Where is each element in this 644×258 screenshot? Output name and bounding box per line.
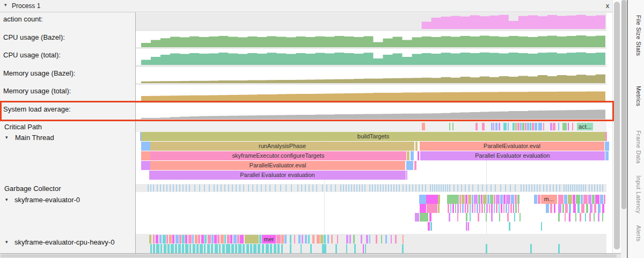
gc-tick[interactable] bbox=[415, 185, 416, 191]
cpu-heavy-slice[interactable] bbox=[215, 244, 218, 253]
cpu-heavy-slice[interactable] bbox=[250, 244, 252, 253]
evaluator0-slice[interactable] bbox=[604, 195, 605, 204]
gc-tick[interactable] bbox=[150, 185, 151, 191]
gc-tick[interactable] bbox=[340, 185, 341, 191]
gc-tick[interactable] bbox=[537, 185, 538, 191]
critical-path-slice[interactable] bbox=[572, 123, 573, 130]
evaluator0-slice[interactable] bbox=[554, 204, 555, 213]
critical-path-slice[interactable] bbox=[503, 123, 507, 130]
gc-tick[interactable] bbox=[257, 185, 258, 191]
horizontal-scrollbar-thumb[interactable] bbox=[1, 254, 617, 257]
evaluator0-slice[interactable] bbox=[573, 195, 575, 204]
evaluator0-slice[interactable] bbox=[474, 204, 475, 213]
gc-tick[interactable] bbox=[602, 185, 603, 191]
gc-tick[interactable] bbox=[478, 185, 479, 191]
critical-path-slice[interactable] bbox=[538, 123, 542, 130]
gc-tick[interactable] bbox=[432, 185, 433, 191]
gc-tick[interactable] bbox=[579, 185, 580, 191]
evaluator0-slice[interactable] bbox=[472, 195, 473, 204]
cpu-heavy-slice[interactable] bbox=[361, 235, 362, 244]
gc-tick[interactable] bbox=[445, 185, 446, 191]
main-thread-slice[interactable] bbox=[141, 142, 150, 151]
critical-path-slice[interactable] bbox=[550, 123, 552, 130]
cpu-heavy-slice[interactable] bbox=[156, 244, 159, 253]
cpu-heavy-slice[interactable] bbox=[153, 235, 155, 244]
gc-tick[interactable] bbox=[261, 185, 262, 191]
cpu-heavy-slice[interactable] bbox=[149, 235, 151, 244]
gc-tick[interactable] bbox=[594, 185, 595, 191]
evaluator0-slice[interactable] bbox=[491, 213, 493, 222]
gc-tick[interactable] bbox=[291, 185, 292, 191]
gc-tick[interactable] bbox=[265, 185, 266, 191]
gc-tick[interactable] bbox=[348, 185, 349, 191]
cpu-heavy-slice[interactable] bbox=[402, 244, 404, 253]
main-thread-slice[interactable] bbox=[414, 161, 416, 170]
counter-chart-5[interactable] bbox=[141, 85, 605, 101]
critical-path-slice[interactable] bbox=[558, 123, 559, 130]
cpu-heavy-slice[interactable] bbox=[178, 244, 181, 253]
gc-tick[interactable] bbox=[170, 185, 171, 191]
gc-tick[interactable] bbox=[182, 185, 184, 191]
gc-tick[interactable] bbox=[356, 185, 357, 191]
cpu-heavy-slice[interactable] bbox=[189, 244, 191, 253]
cpu-heavy-slice[interactable] bbox=[294, 235, 295, 244]
evaluator0-slice[interactable] bbox=[483, 195, 487, 204]
gc-tick[interactable] bbox=[441, 185, 442, 191]
cpu-heavy-slice[interactable] bbox=[322, 244, 326, 253]
gc-tick[interactable] bbox=[153, 185, 154, 191]
gc-tick[interactable] bbox=[510, 185, 511, 191]
gc-tick[interactable] bbox=[500, 185, 501, 191]
evaluator0-slice[interactable] bbox=[450, 204, 451, 213]
evaluator0-slice[interactable] bbox=[490, 195, 493, 204]
evaluator0-slice[interactable] bbox=[499, 204, 500, 213]
cpu-heavy-slice[interactable] bbox=[327, 235, 329, 244]
critical-path-slice[interactable] bbox=[517, 123, 519, 130]
critical-path-slice[interactable] bbox=[493, 123, 494, 130]
gc-tick[interactable] bbox=[312, 185, 313, 191]
gc-tick[interactable] bbox=[248, 185, 249, 191]
gc-tick[interactable] bbox=[531, 185, 532, 191]
counter-chart-4[interactable] bbox=[141, 67, 605, 83]
gc-tick[interactable] bbox=[443, 185, 444, 191]
evaluator0-slice[interactable] bbox=[595, 195, 599, 204]
gc-tick[interactable] bbox=[326, 185, 327, 191]
cpu-heavy-slice[interactable] bbox=[208, 235, 211, 244]
gc-tick[interactable] bbox=[186, 185, 187, 191]
cpu-heavy-slice[interactable] bbox=[353, 235, 355, 244]
evaluator0-slice[interactable] bbox=[602, 213, 603, 222]
critical-path-slice[interactable] bbox=[543, 123, 544, 130]
critical-path-slice[interactable] bbox=[499, 123, 500, 130]
cpu-heavy-slice[interactable] bbox=[238, 244, 241, 253]
cpu-heavy-slice[interactable] bbox=[198, 235, 200, 244]
gc-tick[interactable] bbox=[572, 185, 573, 191]
cpu-heavy-slice[interactable] bbox=[349, 235, 351, 244]
evaluator0-slice[interactable] bbox=[465, 204, 466, 213]
evaluator0-slice[interactable] bbox=[452, 204, 454, 213]
cpu-heavy-slice[interactable] bbox=[366, 235, 368, 244]
cpu-heavy-slice[interactable] bbox=[182, 235, 185, 244]
evaluator0-slice[interactable] bbox=[518, 204, 519, 213]
evaluator0-slice[interactable] bbox=[486, 213, 487, 222]
cpu-heavy-slice[interactable] bbox=[530, 244, 532, 253]
cpu-heavy-slice[interactable] bbox=[298, 235, 301, 244]
evaluator0-slice[interactable] bbox=[487, 195, 489, 204]
cpu-heavy-slice[interactable] bbox=[166, 235, 168, 244]
evaluator0-slice[interactable] bbox=[459, 195, 461, 204]
evaluator0-slice[interactable] bbox=[462, 195, 465, 204]
evaluator0-slice[interactable] bbox=[600, 195, 603, 204]
gc-tick[interactable] bbox=[564, 185, 565, 191]
gc-tick[interactable] bbox=[179, 185, 180, 191]
cpu-heavy-slice[interactable] bbox=[164, 244, 166, 253]
gc-tick[interactable] bbox=[526, 185, 527, 191]
evaluator0-slice[interactable] bbox=[501, 204, 502, 213]
gc-tick[interactable] bbox=[204, 185, 205, 191]
cpu-heavy-slice[interactable] bbox=[324, 235, 326, 244]
gc-tick[interactable] bbox=[425, 185, 426, 191]
critical-path-labeled-slice[interactable]: act... bbox=[577, 123, 593, 130]
critical-path-slice[interactable] bbox=[535, 123, 537, 130]
cpu-heavy-slice[interactable] bbox=[346, 244, 347, 253]
gc-tick[interactable] bbox=[176, 185, 177, 191]
gc-tick[interactable] bbox=[163, 185, 164, 191]
gc-tick[interactable] bbox=[166, 185, 167, 191]
cpu-heavy-slice[interactable] bbox=[204, 244, 206, 253]
